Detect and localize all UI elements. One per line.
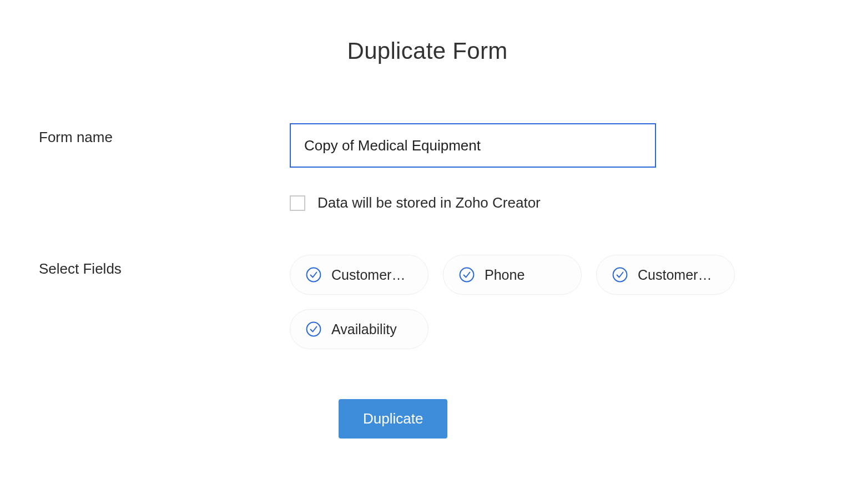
storage-checkbox-row: Data will be stored in Zoho Creator [290, 194, 808, 211]
field-pill-phone[interactable]: Phone [443, 255, 582, 295]
field-pill-customer-name[interactable]: Customer Name [290, 255, 428, 295]
duplicate-button[interactable]: Duplicate [339, 399, 447, 439]
select-fields-label: Select Fields [39, 255, 290, 278]
check-circle-icon [459, 267, 475, 283]
duplicate-form-dialog: Duplicate Form Form name Data will be st… [0, 0, 847, 439]
svg-point-0 [307, 268, 321, 282]
check-circle-icon [306, 267, 321, 283]
storage-checkbox[interactable] [290, 195, 305, 211]
form-body: Form name Data will be stored in Zoho Cr… [39, 123, 808, 439]
field-pill-customer-email[interactable]: Customer Email [596, 255, 735, 295]
select-fields-row: Select Fields Customer Name [39, 255, 808, 349]
check-circle-icon [612, 267, 628, 283]
field-pill-label: Phone [485, 267, 525, 283]
form-name-label: Form name [39, 123, 290, 146]
storage-checkbox-label: Data will be stored in Zoho Creator [317, 194, 541, 211]
field-pill-label: Customer Name [331, 267, 409, 283]
svg-point-2 [613, 268, 627, 282]
dialog-title: Duplicate Form [289, 38, 566, 64]
field-pill-availability[interactable]: Availability [290, 309, 428, 349]
form-name-input[interactable] [290, 123, 656, 168]
select-fields-col: Customer Name Phone [290, 255, 808, 349]
actions-row: Duplicate [339, 399, 808, 439]
field-pill-label: Availability [331, 321, 397, 337]
form-name-field-col [290, 123, 808, 168]
form-name-row: Form name [39, 123, 808, 168]
check-circle-icon [306, 321, 321, 337]
svg-point-1 [460, 268, 474, 282]
field-pill-label: Customer Email [638, 267, 715, 283]
svg-point-3 [307, 322, 321, 336]
field-pills: Customer Name Phone [290, 255, 808, 349]
